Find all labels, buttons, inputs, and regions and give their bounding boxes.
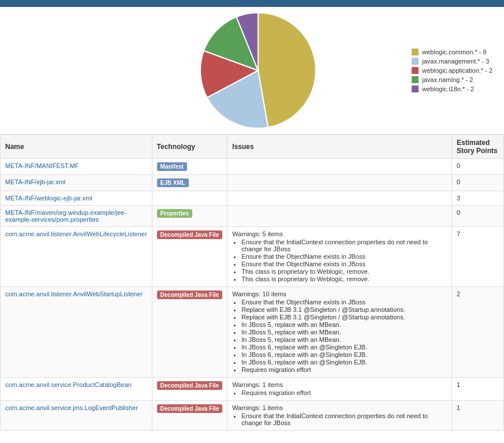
cell-name: META-INF/ejb-jar.xml xyxy=(1,175,152,191)
legend-color-box xyxy=(412,49,419,55)
cell-issues: Warnings: 10 itemsEnsure that the Object… xyxy=(227,287,452,378)
cell-technology: Properties xyxy=(152,206,227,227)
cell-name: com.acme.anvil.listener.AnvilWebStartupL… xyxy=(1,287,152,378)
cell-issues: Warnings: 5 itemsEnsure that the Initial… xyxy=(227,227,452,287)
cell-points: 7 xyxy=(452,227,504,287)
cell-points: 0 xyxy=(452,175,504,191)
cell-issues xyxy=(227,191,452,206)
file-link[interactable]: META-INF/maven/org.windup.example/jee-ex… xyxy=(5,209,126,223)
issues-list: Requires migration effort xyxy=(241,389,447,396)
header-technology: Technology xyxy=(152,135,227,159)
file-link[interactable]: com.acme.anvil.service.jms.LogEventPubli… xyxy=(5,404,138,411)
issues-list: Ensure that the InitialContext connectio… xyxy=(241,412,447,426)
legend: weblogic.common.* - 8javax.management.* … xyxy=(412,49,492,92)
cell-name: com.acme.anvil.service.ProductCatalogBea… xyxy=(1,378,152,401)
issue-item: In JBoss 6, replace with an @Singleton E… xyxy=(241,351,447,358)
legend-item: javax.naming.* - 2 xyxy=(412,76,492,83)
file-link[interactable]: META-INF/weblogic-ejb-jar.xml xyxy=(5,195,92,202)
issue-item: Replace with EJB 3.1 @Singleton / @Start… xyxy=(241,314,447,321)
legend-label: weblogic.common.* - 8 xyxy=(422,49,486,55)
cell-name: META-INF/maven/org.windup.example/jee-ex… xyxy=(1,206,152,227)
legend-item: javax.management.* - 3 xyxy=(412,58,492,65)
technology-badge: EJB XML xyxy=(157,178,189,187)
issue-item: Ensure that the InitialContext connectio… xyxy=(241,239,447,252)
cell-issues xyxy=(227,159,452,175)
issue-item: In JBoss 6, replace with an @Singleton E… xyxy=(241,344,447,351)
chart-area xyxy=(115,13,400,128)
issues-header: Warnings: 1 items xyxy=(232,404,447,411)
table-header-row: Name Technology Issues Estimated Story P… xyxy=(1,135,504,159)
issue-item: In JBoss 5, replace with an MBean. xyxy=(241,336,447,343)
issues-header: Warnings: 1 items xyxy=(232,381,447,388)
legend-item: weblogic.i18n.* - 2 xyxy=(412,85,492,92)
cell-technology: Decompiled Java File xyxy=(152,401,227,431)
table-row: META-INF/ejb-jar.xmlEJB XML0 xyxy=(1,175,504,191)
issue-item: Replace with EJB 3.1 @Singleton / @Start… xyxy=(241,306,447,313)
technology-badge: Manifest xyxy=(157,162,188,171)
issue-item: Ensure that the ObjectName exists in JBo… xyxy=(241,260,447,267)
issue-item: In JBoss 6, replace with an @Singleton E… xyxy=(241,359,447,366)
table-row: META-INF/weblogic-ejb-jar.xml3 xyxy=(1,191,504,206)
story-points-box xyxy=(12,18,115,122)
data-table: Name Technology Issues Estimated Story P… xyxy=(0,135,504,431)
cell-points: 1 xyxy=(452,378,504,401)
issue-item: This class is proprietary to Weblogic, r… xyxy=(241,276,447,282)
cell-name: META-INF/weblogic-ejb-jar.xml xyxy=(1,191,152,206)
issue-item: Ensure that the ObjectName exists in JBo… xyxy=(241,299,447,306)
cell-issues xyxy=(227,206,452,227)
issues-header: Warnings: 10 items xyxy=(232,291,447,297)
technology-badge: Decompiled Java File xyxy=(157,230,223,239)
legend-label: weblogic.application.* - 2 xyxy=(422,67,492,74)
cell-points: 0 xyxy=(452,159,504,175)
legend-label: weblogic.i18n.* - 2 xyxy=(422,85,474,92)
title-bar xyxy=(0,0,504,7)
cell-name: com.acme.anvil.listener.AnvilWebLifecycl… xyxy=(1,227,152,287)
table-row: META-INF/maven/org.windup.example/jee-ex… xyxy=(1,206,504,227)
header-issues: Issues xyxy=(227,135,452,159)
cell-points: 0 xyxy=(452,206,504,227)
file-link[interactable]: META-INF/MANIFEST.MF xyxy=(5,162,79,169)
legend-color-box xyxy=(412,76,419,83)
cell-points: 2 xyxy=(452,287,504,378)
technology-badge: Decompiled Java File xyxy=(157,404,223,413)
legend-color-box xyxy=(412,85,419,92)
issue-item: Ensure that the ObjectName exists in JBo… xyxy=(241,253,447,260)
table-row: com.acme.anvil.service.jms.LogEventPubli… xyxy=(1,401,504,431)
issue-item: Ensure that the InitialContext connectio… xyxy=(241,412,447,426)
issues-header: Warnings: 5 items xyxy=(232,230,447,237)
file-link[interactable]: com.acme.anvil.service.ProductCatalogBea… xyxy=(5,381,132,388)
cell-technology: Manifest xyxy=(152,159,227,175)
file-link[interactable]: META-INF/ejb-jar.xml xyxy=(5,178,65,185)
table-row: com.acme.anvil.listener.AnvilWebLifecycl… xyxy=(1,227,504,287)
header-name: Name xyxy=(1,135,152,159)
header-points: Estimated Story Points xyxy=(452,135,504,159)
cell-technology: Decompiled Java File xyxy=(152,287,227,378)
legend-color-box xyxy=(412,67,419,74)
file-link[interactable]: com.acme.anvil.listener.AnvilWebStartupL… xyxy=(5,291,143,297)
table-container: Name Technology Issues Estimated Story P… xyxy=(0,135,504,431)
legend-label: javax.management.* - 3 xyxy=(422,58,489,65)
cell-issues xyxy=(227,175,452,191)
cell-name: com.acme.anvil.service.jms.LogEventPubli… xyxy=(1,401,152,431)
cell-technology: Decompiled Java File xyxy=(152,378,227,401)
cell-points: 3 xyxy=(452,191,504,206)
file-link[interactable]: com.acme.anvil.listener.AnvilWebLifecycl… xyxy=(5,230,147,237)
table-row: com.acme.anvil.listener.AnvilWebStartupL… xyxy=(1,287,504,378)
cell-name: META-INF/MANIFEST.MF xyxy=(1,159,152,175)
issue-item: In JBoss 5, replace with an MBean. xyxy=(241,321,447,328)
cell-technology: EJB XML xyxy=(152,175,227,191)
technology-badge: Properties xyxy=(157,209,192,218)
table-row: com.acme.anvil.service.ProductCatalogBea… xyxy=(1,378,504,401)
legend-color-box xyxy=(412,58,419,65)
table-row: META-INF/MANIFEST.MFManifest0 xyxy=(1,159,504,175)
summary-section: weblogic.common.* - 8javax.management.* … xyxy=(0,7,504,135)
cell-points: 1 xyxy=(452,401,504,431)
issue-item: In JBoss 5, replace with an MBean. xyxy=(241,329,447,336)
issues-list: Ensure that the ObjectName exists in JBo… xyxy=(241,299,447,373)
legend-item: weblogic.common.* - 8 xyxy=(412,49,492,55)
issue-item: Requires migration effort xyxy=(241,366,447,373)
technology-badge: Decompiled Java File xyxy=(157,291,223,299)
issue-item: Requires migration effort xyxy=(241,389,447,396)
table-body: META-INF/MANIFEST.MFManifest0META-INF/ej… xyxy=(1,159,504,431)
technology-badge: Decompiled Java File xyxy=(157,381,223,390)
